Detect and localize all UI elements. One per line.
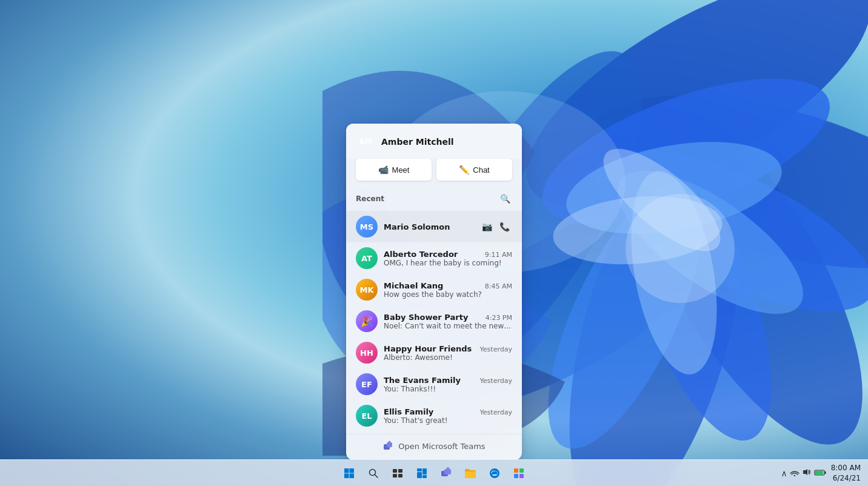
svg-rect-32 — [422, 468, 427, 474]
taskbar-edge-button[interactable] — [484, 462, 506, 484]
chevron-up-icon[interactable]: ∧ — [781, 468, 787, 478]
contact-preview-baby-shower: Noel: Can't wait to meet the new baby! — [384, 322, 512, 330]
taskbar: ∧ — [0, 459, 868, 486]
clock-date: 6/24/21 — [831, 473, 861, 484]
svg-rect-27 — [398, 469, 402, 473]
svg-point-19 — [389, 441, 391, 444]
contact-avatar-ellis: EL — [356, 405, 378, 427]
contact-actions-mario: 📷 📞 — [479, 221, 512, 233]
contact-time-happy-hour: Yesterday — [480, 345, 512, 353]
contact-name-alberto: Alberto Tercedor — [384, 250, 458, 259]
chat-label: Chat — [473, 165, 489, 175]
contact-time-baby-shower: 4:23 PM — [486, 314, 512, 322]
contact-time-ellis: Yesterday — [480, 408, 512, 416]
taskbar-clock[interactable]: 8:00 AM 6/24/21 — [831, 463, 861, 484]
contact-time-michael: 8:45 AM — [485, 282, 512, 290]
user-name: Amber Mitchell — [381, 137, 454, 147]
meet-icon: 📹 — [378, 165, 389, 175]
svg-point-15 — [626, 194, 735, 303]
svg-rect-26 — [393, 469, 397, 473]
chat-button[interactable]: ✏️ Chat — [436, 159, 512, 181]
svg-marker-43 — [803, 469, 807, 475]
svg-rect-28 — [393, 474, 397, 478]
svg-rect-46 — [815, 471, 823, 474]
clock-time: 8:00 AM — [831, 463, 861, 473]
contact-time-alberto: 9:11 AM — [485, 251, 512, 259]
svg-point-37 — [490, 468, 499, 478]
contact-preview-alberto: OMG, I hear the baby is coming! — [384, 259, 512, 267]
taskbar-search-button[interactable] — [362, 462, 384, 484]
taskbar-sys-icons: ∧ — [781, 468, 826, 478]
contact-item-alberto[interactable]: AT Alberto Tercedor 9:11 AM OMG, I hear … — [346, 242, 522, 274]
recent-header: Recent 🔍 — [346, 189, 522, 211]
network-icon[interactable] — [790, 468, 800, 478]
svg-rect-41 — [519, 474, 524, 478]
contact-avatar-mario: MS — [356, 216, 378, 238]
contact-info-ellis: Ellis Family Yesterday You: That's great… — [384, 407, 512, 425]
contact-item-ellis[interactable]: EL Ellis Family Yesterday You: That's gr… — [346, 400, 522, 431]
svg-point-36 — [447, 467, 450, 470]
contact-item-mario[interactable]: MS Mario Solomon 📷 📞 — [346, 211, 522, 242]
contact-info-happy-hour: Happy Hour Friends Yesterday Alberto: Aw… — [384, 344, 512, 362]
buttons-row: 📹 Meet ✏️ Chat — [346, 159, 522, 189]
svg-rect-20 — [344, 468, 349, 473]
contact-info-baby-shower: Baby Shower Party 4:23 PM Noel: Can't wa… — [384, 313, 512, 330]
svg-rect-23 — [350, 473, 355, 478]
svg-rect-21 — [350, 468, 355, 473]
contact-avatar-alberto: AT — [356, 247, 378, 269]
taskbar-center — [338, 462, 530, 484]
taskbar-taskview-button[interactable] — [387, 462, 409, 484]
contact-avatar-baby-shower: 🎉 — [356, 310, 378, 332]
svg-point-42 — [793, 475, 795, 476]
contact-info-evans: The Evans Family Yesterday You: Thanks!!… — [384, 376, 512, 393]
contact-name-evans: The Evans Family — [384, 376, 461, 385]
contact-avatar-evans: EF — [356, 373, 378, 395]
svg-rect-31 — [417, 472, 422, 478]
contact-name-mario: Mario Solomon — [384, 222, 450, 231]
contact-preview-ellis: You: That's great! — [384, 416, 512, 425]
svg-rect-38 — [514, 468, 518, 473]
taskbar-windows-button[interactable] — [338, 462, 360, 484]
teams-logo — [382, 441, 393, 451]
panel-header: AM Amber Mitchell — [346, 124, 522, 159]
open-teams-footer[interactable]: Open Microsoft Teams — [346, 434, 522, 460]
chat-panel: AM Amber Mitchell 📹 Meet ✏️ Chat Recent … — [346, 124, 522, 460]
contact-name-happy-hour: Happy Hour Friends — [384, 344, 472, 353]
taskbar-store-button[interactable] — [508, 462, 530, 484]
svg-rect-33 — [422, 475, 427, 478]
contact-preview-michael: How goes the baby watch? — [384, 290, 512, 299]
contact-info-mario: Mario Solomon — [384, 222, 473, 231]
svg-rect-30 — [417, 468, 422, 471]
contact-item-baby-shower[interactable]: 🎉 Baby Shower Party 4:23 PM Noel: Can't … — [346, 305, 522, 337]
svg-rect-22 — [344, 473, 349, 478]
recent-label: Recent — [356, 195, 384, 203]
svg-rect-45 — [824, 471, 826, 474]
search-button[interactable]: 🔍 — [498, 191, 512, 206]
contact-name-michael: Michael Kang — [384, 281, 443, 290]
phone-call-icon[interactable]: 📞 — [497, 221, 512, 233]
meet-button[interactable]: 📹 Meet — [356, 159, 432, 181]
contact-avatar-happy-hour: HH — [356, 342, 378, 364]
contact-name-ellis: Ellis Family — [384, 407, 433, 416]
volume-icon[interactable] — [802, 468, 812, 478]
svg-rect-40 — [514, 474, 518, 478]
video-call-icon[interactable]: 📷 — [479, 221, 495, 233]
contact-avatar-michael: MK — [356, 279, 378, 301]
contact-name-baby-shower: Baby Shower Party — [384, 313, 468, 322]
taskbar-widgets-button[interactable] — [411, 462, 433, 484]
svg-rect-39 — [519, 468, 524, 473]
battery-icon[interactable] — [814, 468, 826, 478]
chat-icon: ✏️ — [459, 165, 469, 175]
meet-label: Meet — [392, 165, 410, 175]
open-teams-label: Open Microsoft Teams — [398, 442, 485, 451]
contact-preview-evans: You: Thanks!!! — [384, 385, 512, 393]
contact-item-happy-hour[interactable]: HH Happy Hour Friends Yesterday Alberto:… — [346, 337, 522, 368]
taskbar-right: ∧ — [781, 463, 861, 484]
taskbar-teams-chat-button[interactable] — [435, 462, 457, 484]
contact-item-evans[interactable]: EF The Evans Family Yesterday You: Thank… — [346, 368, 522, 400]
user-avatar: AM — [356, 132, 375, 151]
contact-info-alberto: Alberto Tercedor 9:11 AM OMG, I hear the… — [384, 250, 512, 267]
contact-item-michael[interactable]: MK Michael Kang 8:45 AM How goes the bab… — [346, 274, 522, 305]
contact-preview-happy-hour: Alberto: Awesome! — [384, 353, 512, 362]
taskbar-file-explorer-button[interactable] — [459, 462, 481, 484]
